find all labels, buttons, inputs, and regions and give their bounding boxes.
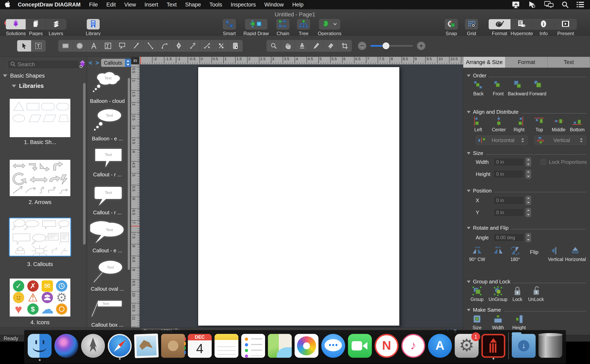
- dock-icon[interactable]: [481, 334, 505, 358]
- collapse-triangle-icon[interactable]: [467, 280, 471, 283]
- tab-arrange-size[interactable]: Arrange & Size: [463, 57, 505, 68]
- flip-vertical-button[interactable]: Vertical: [544, 246, 567, 262]
- split-node-tool[interactable]: [214, 40, 228, 52]
- align-left-button[interactable]: Left: [469, 117, 488, 132]
- make-same-width-button[interactable]: Width: [488, 314, 508, 331]
- dock-icon[interactable]: N: [375, 334, 398, 358]
- distribute-horizontal-select[interactable]: Horizontal: [476, 136, 528, 145]
- pages-tab[interactable]: [26, 19, 46, 29]
- dock-icon[interactable]: [28, 334, 52, 358]
- y-stepper[interactable]: [525, 208, 531, 217]
- hypernote-tab-button[interactable]: [511, 19, 533, 29]
- layers-tab[interactable]: [46, 19, 66, 29]
- order-front-button[interactable]: Front: [487, 81, 509, 97]
- remote-cursor-icon[interactable]: [529, 1, 536, 8]
- dock-icon[interactable]: 3D: [268, 334, 292, 358]
- lock-proportions-checkbox[interactable]: [540, 159, 546, 165]
- collapse-triangle-icon[interactable]: [467, 152, 471, 155]
- info-tab-button[interactable]: i: [533, 19, 555, 29]
- shape-item-balloon-ellipse[interactable]: Text Balloon - e ...: [87, 107, 128, 142]
- document-page[interactable]: [198, 67, 400, 326]
- menu-item[interactable]: Text: [162, 0, 181, 9]
- collapse-triangle-icon[interactable]: [467, 75, 471, 77]
- displays-icon[interactable]: [544, 1, 554, 8]
- collapse-triangle-icon[interactable]: [467, 227, 471, 229]
- tree-item-basic-shapes[interactable]: Basic Shapes: [3, 72, 45, 79]
- edit-nodes-tool[interactable]: [186, 40, 200, 52]
- collapse-triangle-icon[interactable]: [467, 309, 471, 311]
- callout-tool[interactable]: [115, 40, 129, 52]
- pan-tool[interactable]: [281, 40, 295, 52]
- sidebar-scrollbar[interactable]: [83, 83, 86, 245]
- add-node-tool[interactable]: [200, 40, 214, 52]
- dock-icon[interactable]: A: [428, 334, 452, 358]
- smart-button[interactable]: [223, 19, 236, 30]
- dock-icon[interactable]: DEC 4: [188, 334, 212, 358]
- order-forward-button[interactable]: Forward: [527, 81, 549, 97]
- ungroup-button[interactable]: UnGroup: [488, 286, 508, 302]
- angle-field[interactable]: 0.00 deg: [494, 234, 524, 242]
- library-group-select[interactable]: Callouts: [101, 59, 131, 67]
- align-center-button[interactable]: Center: [489, 117, 509, 132]
- apple-menu-icon[interactable]: [5, 1, 11, 8]
- dock-icon[interactable]: [348, 334, 372, 358]
- library-card-arrows[interactable]: [10, 160, 70, 196]
- make-same-size-button[interactable]: Size: [467, 314, 487, 331]
- display-mirroring-icon[interactable]: [512, 1, 520, 8]
- rotate-90cw-button[interactable]: 90° CW: [466, 246, 488, 262]
- x-stepper[interactable]: [525, 196, 531, 205]
- text-block-tool[interactable]: [101, 40, 115, 52]
- dock-icon[interactable]: [161, 334, 185, 358]
- height-field[interactable]: 0 in: [494, 170, 524, 178]
- present-tab-button[interactable]: [555, 19, 577, 29]
- width-field[interactable]: 0 in: [494, 158, 524, 166]
- dock-icon[interactable]: ⚙ 1: [455, 334, 479, 358]
- solution-center-icon[interactable]: [78, 60, 86, 69]
- align-top-button[interactable]: Top: [530, 117, 549, 132]
- menu-item[interactable]: View: [120, 0, 140, 9]
- menu-item[interactable]: File: [85, 0, 102, 9]
- menu-item[interactable]: Insert: [140, 0, 163, 9]
- stamp-tool[interactable]: [295, 40, 309, 52]
- collapse-triangle-icon[interactable]: [467, 190, 471, 192]
- shape-item-callout-box[interactable]: Text Callout box ...: [87, 297, 128, 328]
- order-back-button[interactable]: Back: [467, 81, 490, 97]
- x-field[interactable]: 0 in: [494, 196, 524, 204]
- rotate-180-button[interactable]: 180°: [506, 246, 524, 262]
- collapse-triangle-icon[interactable]: [3, 74, 7, 77]
- text-select-tool[interactable]: [31, 40, 46, 52]
- next-library-button[interactable]: >: [94, 59, 100, 66]
- shape-item-balloon-cloud[interactable]: Text Balloon - cloud: [87, 69, 128, 104]
- pen-tool[interactable]: [172, 40, 186, 52]
- search-input[interactable]: Search: [8, 60, 79, 69]
- menu-item[interactable]: Inspectors: [226, 0, 260, 9]
- connector-tool[interactable]: [129, 40, 143, 52]
- shape-roll-tool[interactable]: [228, 40, 242, 52]
- dock-icon[interactable]: ↓: [512, 334, 536, 358]
- rectangle-tool[interactable]: [59, 40, 73, 52]
- unlock-button[interactable]: UnLock: [526, 286, 546, 302]
- tree-item-libraries[interactable]: Libraries: [12, 83, 44, 89]
- select-tool[interactable]: [17, 40, 31, 52]
- tab-text[interactable]: Text: [548, 57, 590, 68]
- shape-item-callout-rounded[interactable]: Text Callout - r ...: [87, 183, 128, 216]
- eraser-tool[interactable]: [323, 40, 338, 52]
- zoom-slider[interactable]: [371, 45, 413, 47]
- prev-library-button[interactable]: <: [87, 59, 94, 66]
- library-label[interactable]: 4. Icons: [10, 319, 70, 326]
- y-field[interactable]: 0 in: [494, 208, 524, 216]
- align-middle-button[interactable]: Middle: [549, 117, 568, 132]
- height-stepper[interactable]: [525, 169, 531, 179]
- rapid-draw-button[interactable]: [245, 19, 267, 30]
- solutions-tab[interactable]: [6, 19, 26, 29]
- ruler-unit-box[interactable]: in: [131, 57, 139, 65]
- library-group-stepper[interactable]: [125, 59, 131, 67]
- dock-icon[interactable]: [214, 334, 239, 358]
- line-tool[interactable]: [143, 40, 158, 52]
- zoom-in-button[interactable]: +: [417, 42, 425, 50]
- flip-horizontal-button[interactable]: Horizontal: [564, 246, 587, 262]
- drawing-canvas[interactable]: [139, 65, 463, 327]
- collapse-triangle-icon[interactable]: [12, 85, 16, 87]
- width-stepper[interactable]: [525, 157, 531, 167]
- order-backward-button[interactable]: Backward: [507, 81, 529, 97]
